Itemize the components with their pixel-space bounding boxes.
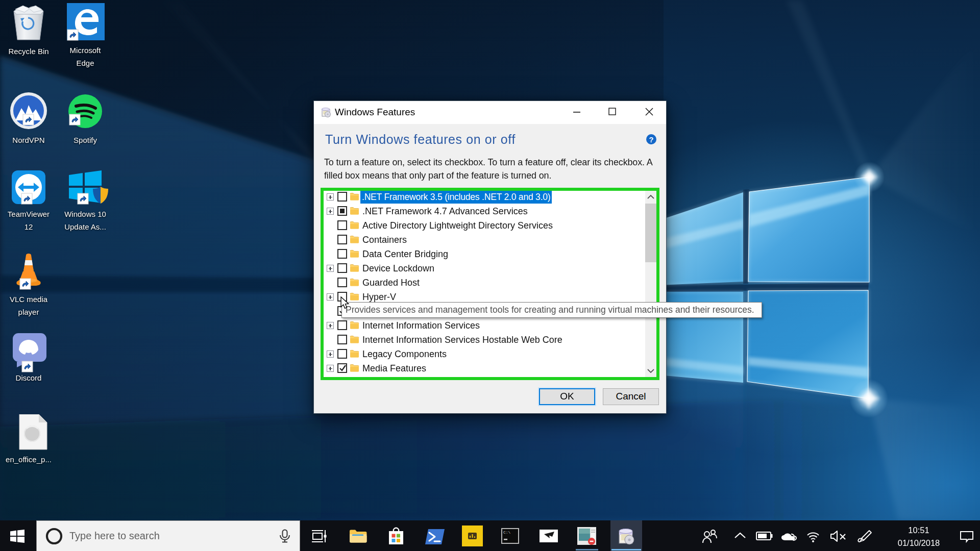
svg-text:C:\: C:\ (503, 530, 511, 535)
svg-text:?: ? (649, 135, 653, 144)
